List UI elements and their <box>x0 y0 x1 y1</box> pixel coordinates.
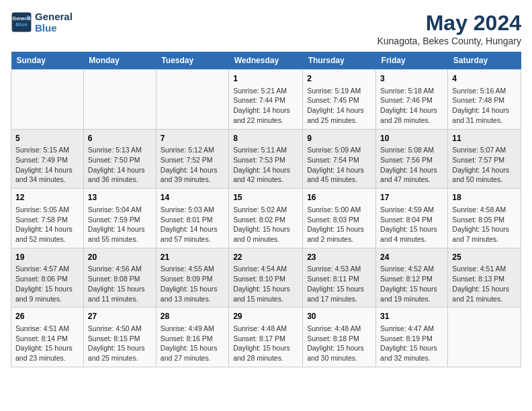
calendar-table: SundayMondayTuesdayWednesdayThursdayFrid… <box>11 52 521 367</box>
day-number: 23 <box>307 252 371 263</box>
day-info: Sunrise: 4:54 AM Sunset: 8:10 PM Dayligh… <box>233 264 298 304</box>
calendar-cell: 28Sunrise: 4:49 AM Sunset: 8:16 PM Dayli… <box>156 308 228 367</box>
calendar-cell: 25Sunrise: 4:51 AM Sunset: 8:13 PM Dayli… <box>448 248 521 308</box>
calendar-cell: 5Sunrise: 5:15 AM Sunset: 7:49 PM Daylig… <box>11 129 84 189</box>
day-info: Sunrise: 4:47 AM Sunset: 8:19 PM Dayligh… <box>380 324 443 363</box>
day-number: 22 <box>233 252 298 263</box>
calendar-cell: 31Sunrise: 4:47 AM Sunset: 8:19 PM Dayli… <box>376 308 448 367</box>
svg-text:Blue: Blue <box>15 21 28 28</box>
day-info: Sunrise: 5:12 AM Sunset: 7:52 PM Dayligh… <box>161 145 224 185</box>
day-info: Sunrise: 5:04 AM Sunset: 7:59 PM Dayligh… <box>88 205 152 244</box>
day-info: Sunrise: 4:49 AM Sunset: 8:16 PM Dayligh… <box>161 324 224 363</box>
day-info: Sunrise: 4:53 AM Sunset: 8:11 PM Dayligh… <box>307 264 371 304</box>
day-info: Sunrise: 4:58 AM Sunset: 8:05 PM Dayligh… <box>452 205 517 244</box>
day-number: 15 <box>233 192 298 203</box>
calendar-cell: 11Sunrise: 5:07 AM Sunset: 7:57 PM Dayli… <box>448 129 521 189</box>
title-area: May 2024 Kunagota, Bekes County, Hungary <box>377 11 521 46</box>
calendar-cell: 20Sunrise: 4:56 AM Sunset: 8:08 PM Dayli… <box>83 248 156 308</box>
day-number: 20 <box>88 252 152 263</box>
calendar-cell: 26Sunrise: 4:51 AM Sunset: 8:14 PM Dayli… <box>11 308 84 367</box>
day-number: 26 <box>15 311 79 322</box>
day-info: Sunrise: 4:52 AM Sunset: 8:12 PM Dayligh… <box>380 264 443 304</box>
calendar-cell: 22Sunrise: 4:54 AM Sunset: 8:10 PM Dayli… <box>229 248 303 308</box>
day-number: 12 <box>15 192 79 203</box>
calendar-week-5: 26Sunrise: 4:51 AM Sunset: 8:14 PM Dayli… <box>11 308 521 367</box>
calendar-cell: 8Sunrise: 5:11 AM Sunset: 7:53 PM Daylig… <box>229 129 303 189</box>
calendar-cell: 27Sunrise: 4:50 AM Sunset: 8:15 PM Dayli… <box>83 308 156 367</box>
calendar-cell: 14Sunrise: 5:03 AM Sunset: 8:01 PM Dayli… <box>156 189 228 248</box>
col-header-monday: Monday <box>83 52 156 70</box>
calendar-header-row: SundayMondayTuesdayWednesdayThursdayFrid… <box>11 52 521 70</box>
day-number: 25 <box>452 252 517 263</box>
col-header-thursday: Thursday <box>303 52 376 70</box>
calendar-cell: 2Sunrise: 5:19 AM Sunset: 7:45 PM Daylig… <box>303 70 376 130</box>
page-header: General Blue General Blue May 2024 Kunag… <box>11 11 521 46</box>
day-info: Sunrise: 4:55 AM Sunset: 8:09 PM Dayligh… <box>161 264 224 304</box>
day-info: Sunrise: 4:59 AM Sunset: 8:04 PM Dayligh… <box>380 205 443 244</box>
day-info: Sunrise: 5:07 AM Sunset: 7:57 PM Dayligh… <box>452 145 517 185</box>
calendar-week-2: 5Sunrise: 5:15 AM Sunset: 7:49 PM Daylig… <box>11 129 521 189</box>
day-number: 17 <box>380 192 443 203</box>
day-number: 21 <box>161 252 224 263</box>
day-info: Sunrise: 4:48 AM Sunset: 8:18 PM Dayligh… <box>307 324 371 363</box>
day-number: 11 <box>452 133 517 144</box>
calendar-cell: 13Sunrise: 5:04 AM Sunset: 7:59 PM Dayli… <box>83 189 156 248</box>
calendar-cell <box>448 308 521 367</box>
logo-line2: Blue <box>35 22 73 34</box>
calendar-cell: 19Sunrise: 4:57 AM Sunset: 8:06 PM Dayli… <box>11 248 84 308</box>
calendar-cell <box>11 70 84 130</box>
day-number: 24 <box>380 252 443 263</box>
calendar-cell: 12Sunrise: 5:05 AM Sunset: 7:58 PM Dayli… <box>11 189 84 248</box>
day-number: 6 <box>88 133 152 144</box>
col-header-sunday: Sunday <box>11 52 84 70</box>
calendar-cell: 18Sunrise: 4:58 AM Sunset: 8:05 PM Dayli… <box>448 189 521 248</box>
calendar-cell: 7Sunrise: 5:12 AM Sunset: 7:52 PM Daylig… <box>156 129 228 189</box>
day-number: 3 <box>380 73 443 85</box>
day-info: Sunrise: 5:16 AM Sunset: 7:48 PM Dayligh… <box>452 86 517 126</box>
day-info: Sunrise: 5:18 AM Sunset: 7:46 PM Dayligh… <box>380 86 443 126</box>
day-number: 19 <box>15 252 79 263</box>
day-info: Sunrise: 5:00 AM Sunset: 8:03 PM Dayligh… <box>307 205 371 244</box>
day-info: Sunrise: 5:13 AM Sunset: 7:50 PM Dayligh… <box>88 145 152 185</box>
day-info: Sunrise: 4:51 AM Sunset: 8:14 PM Dayligh… <box>15 324 79 363</box>
day-info: Sunrise: 4:48 AM Sunset: 8:17 PM Dayligh… <box>233 324 298 363</box>
calendar-cell: 3Sunrise: 5:18 AM Sunset: 7:46 PM Daylig… <box>376 70 448 130</box>
day-info: Sunrise: 5:19 AM Sunset: 7:45 PM Dayligh… <box>307 86 371 126</box>
day-info: Sunrise: 5:21 AM Sunset: 7:44 PM Dayligh… <box>233 86 298 126</box>
day-info: Sunrise: 5:05 AM Sunset: 7:58 PM Dayligh… <box>15 205 79 244</box>
day-number: 30 <box>307 311 371 322</box>
calendar-cell <box>83 70 156 130</box>
calendar-cell: 15Sunrise: 5:02 AM Sunset: 8:02 PM Dayli… <box>229 189 303 248</box>
logo-line1: General <box>35 11 73 22</box>
day-number: 28 <box>161 311 224 322</box>
calendar-cell: 29Sunrise: 4:48 AM Sunset: 8:17 PM Dayli… <box>229 308 303 367</box>
day-info: Sunrise: 5:08 AM Sunset: 7:56 PM Dayligh… <box>380 145 443 185</box>
day-info: Sunrise: 5:09 AM Sunset: 7:54 PM Dayligh… <box>307 145 371 185</box>
day-number: 1 <box>233 73 298 85</box>
logo: General Blue General Blue <box>11 11 73 34</box>
day-info: Sunrise: 4:51 AM Sunset: 8:13 PM Dayligh… <box>452 264 517 304</box>
calendar-cell: 9Sunrise: 5:09 AM Sunset: 7:54 PM Daylig… <box>303 129 376 189</box>
day-number: 27 <box>88 311 152 322</box>
col-header-wednesday: Wednesday <box>229 52 303 70</box>
day-info: Sunrise: 5:15 AM Sunset: 7:49 PM Dayligh… <box>15 145 79 185</box>
day-info: Sunrise: 5:02 AM Sunset: 8:02 PM Dayligh… <box>233 205 298 244</box>
calendar-cell: 1Sunrise: 5:21 AM Sunset: 7:44 PM Daylig… <box>229 70 303 130</box>
day-number: 31 <box>380 311 443 322</box>
calendar-cell: 6Sunrise: 5:13 AM Sunset: 7:50 PM Daylig… <box>83 129 156 189</box>
day-number: 10 <box>380 133 443 144</box>
location-subtitle: Kunagota, Bekes County, Hungary <box>377 36 521 46</box>
calendar-week-3: 12Sunrise: 5:05 AM Sunset: 7:58 PM Dayli… <box>11 189 521 248</box>
calendar-cell <box>156 70 228 130</box>
day-info: Sunrise: 4:56 AM Sunset: 8:08 PM Dayligh… <box>88 264 152 304</box>
col-header-saturday: Saturday <box>448 52 521 70</box>
month-year-title: May 2024 <box>377 11 521 36</box>
col-header-tuesday: Tuesday <box>156 52 228 70</box>
day-info: Sunrise: 4:57 AM Sunset: 8:06 PM Dayligh… <box>15 264 79 304</box>
day-number: 13 <box>88 192 152 203</box>
col-header-friday: Friday <box>376 52 448 70</box>
calendar-cell: 4Sunrise: 5:16 AM Sunset: 7:48 PM Daylig… <box>448 70 521 130</box>
calendar-cell: 16Sunrise: 5:00 AM Sunset: 8:03 PM Dayli… <box>303 189 376 248</box>
day-number: 2 <box>307 73 371 85</box>
day-number: 4 <box>452 73 517 85</box>
